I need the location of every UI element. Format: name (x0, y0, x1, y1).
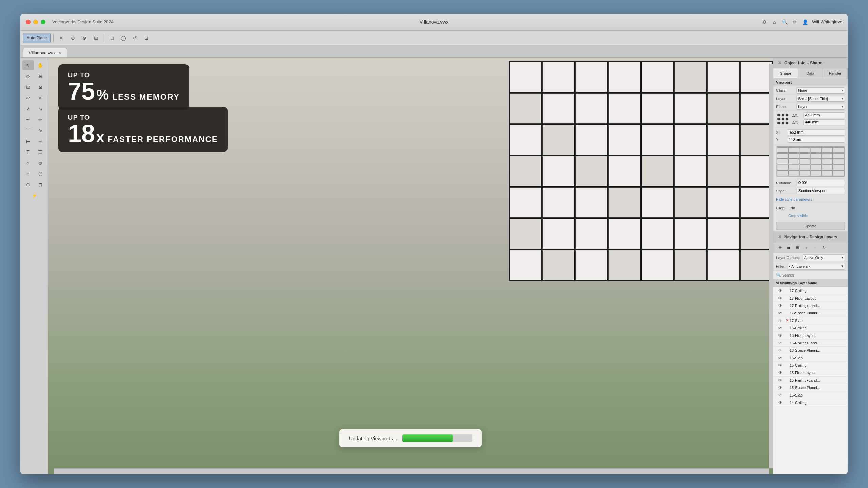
layer-visibility-icon[interactable]: 👁 (776, 348, 784, 353)
layer-item[interactable]: 👁17-Railing+Land... (773, 302, 848, 309)
special-tool[interactable]: ⚡ (28, 190, 40, 201)
update-button[interactable]: Update (776, 222, 845, 230)
layer-item[interactable]: 👁15-Space Planni... (773, 384, 848, 391)
layer-item[interactable]: 👁17-Space Planni... (773, 309, 848, 317)
clip-tool[interactable]: ⊠ (35, 82, 46, 92)
user-icon[interactable]: 👤 (802, 19, 808, 25)
rectangle-tool-button[interactable]: □ (107, 33, 117, 43)
layer-item[interactable]: 👁15-Railing+Land... (773, 377, 848, 384)
auto-plane-button[interactable]: Auto-Plane (23, 33, 51, 43)
crop-visible-link[interactable]: Crop visible (776, 214, 808, 218)
hide-style-link[interactable]: Hide style parameters (776, 197, 812, 201)
tab-close-button[interactable]: ✕ (58, 50, 61, 55)
layer-list[interactable]: 👁17-Ceiling👁17-Floor Layout👁17-Railing+L… (773, 287, 848, 474)
ellipse-tool[interactable]: ⊚ (35, 158, 46, 168)
array-tool-button[interactable]: ⊞ (91, 33, 101, 43)
dx-input[interactable]: -652 mm (803, 112, 845, 118)
home-icon[interactable]: ⌂ (771, 19, 777, 25)
scrollbar-horizontal[interactable] (54, 468, 769, 474)
bucket-tool[interactable]: ⬡ (35, 169, 46, 179)
layer-item[interactable]: 👁15-Ceiling (773, 362, 848, 369)
layer-visibility-icon[interactable]: 👁 (776, 385, 784, 390)
nav-minus-btn[interactable]: − (811, 244, 819, 251)
layer-visibility-icon[interactable]: 👁 (776, 355, 784, 360)
pen-tool[interactable]: ✒ (22, 115, 34, 125)
scrollbar-vertical[interactable] (769, 64, 773, 468)
class-dropdown[interactable]: None (796, 87, 845, 94)
minimize-button[interactable] (33, 20, 38, 24)
layer-dropdown[interactable]: Sht-1 [Sheet Title] (796, 96, 845, 102)
rotate-tool[interactable]: ↩ (22, 93, 34, 103)
layer-visibility-icon[interactable]: 👁 (776, 378, 784, 383)
select-tool-button[interactable]: ✕ (56, 33, 66, 43)
settings-icon[interactable]: ⚙ (761, 19, 767, 25)
filter-select[interactable]: <All Layers> ▾ (788, 263, 845, 270)
layer-item[interactable]: 👁16-Floor Layout (773, 332, 848, 339)
freehand-tool-button[interactable]: ↺ (130, 33, 140, 43)
navigation-close[interactable]: ✕ (777, 234, 782, 240)
layer-visibility-icon[interactable]: 👁 (776, 363, 784, 368)
maximize-button[interactable] (41, 20, 45, 24)
mail-icon[interactable]: ✉ (792, 19, 798, 25)
pencil-tool[interactable]: ✏ (35, 115, 46, 125)
layer-visibility-icon[interactable]: 👁 (776, 393, 784, 398)
layer-options-select[interactable]: Active Only ▾ (803, 254, 845, 261)
tab-render[interactable]: Render (823, 68, 848, 78)
arrow-tool[interactable]: ↖ (22, 60, 34, 70)
move2-tool[interactable]: ↘ (35, 104, 46, 114)
boolean-tool-button[interactable]: ⊗ (79, 33, 90, 43)
nav-eye-btn[interactable]: 👁 (776, 244, 784, 251)
layer-item[interactable]: 👁16-Ceiling (773, 324, 848, 332)
file-tab[interactable]: Villanova.vwx ✕ (23, 48, 67, 57)
tab-shape[interactable]: Shape (773, 68, 798, 78)
layer-item[interactable]: 👁15-Slab (773, 391, 848, 399)
dy-input[interactable]: 440 mm (803, 119, 845, 125)
layer-item[interactable]: 👁16-Railing+Land... (773, 339, 848, 347)
dimension-tool[interactable]: ⊢ (22, 136, 34, 146)
tab-data[interactable]: Data (798, 68, 823, 78)
text-tool[interactable]: T (22, 147, 34, 157)
plane-dropdown[interactable]: Layer (796, 104, 845, 110)
style-dropdown[interactable]: Section Viewport (797, 188, 845, 194)
spline-tool[interactable]: ∿ (35, 125, 46, 136)
nav-add-btn[interactable]: + (803, 244, 810, 251)
zoom-in-tool[interactable]: ⊙ (22, 71, 34, 81)
layer-visibility-icon[interactable]: 👁 (776, 303, 784, 308)
layer-item[interactable]: 👁14-Ceiling (773, 399, 848, 406)
layer-visibility-icon[interactable]: 👁 (776, 311, 784, 316)
layer-visibility-icon[interactable]: 👁 (776, 341, 784, 345)
layer-visibility-icon[interactable]: 👁 (776, 296, 784, 301)
y-input[interactable]: 440 mm (787, 137, 845, 143)
rotation-input[interactable]: 0.00° (797, 180, 845, 186)
layer-item[interactable]: 👁16-Space Planni... (773, 347, 848, 354)
section-tool[interactable]: ⊟ (35, 180, 46, 190)
zoom-out-tool[interactable]: ⊕ (35, 71, 46, 81)
layer-visibility-icon[interactable]: 👁 (776, 326, 784, 330)
grid-tool-button[interactable]: ⊡ (141, 33, 152, 43)
canvas-area[interactable]: UP TO 75 % LESS MEMORY UP TO 18 x FASTER… (48, 58, 773, 474)
layer-item[interactable]: 👁✕17-Slab (773, 317, 848, 324)
move-tool[interactable]: ↗ (22, 104, 34, 114)
layer-visibility-icon[interactable]: 👁 (776, 318, 784, 323)
layer-item[interactable]: 👁17-Floor Layout (773, 294, 848, 302)
x-input[interactable]: -652 mm (787, 129, 845, 136)
search-input[interactable] (782, 272, 845, 278)
layer-visibility-icon[interactable]: 👁 (776, 400, 784, 405)
layer-item[interactable]: 👁16-Slab (773, 354, 848, 362)
polygon-tool-button[interactable]: ⊕ (68, 33, 78, 43)
hatch-tool[interactable]: ≡ (22, 169, 34, 179)
layer-visibility-icon[interactable]: 👁 (776, 333, 784, 338)
layer-visibility-icon[interactable]: 👁 (776, 288, 784, 293)
object-info-close[interactable]: ✕ (777, 60, 782, 66)
nav-list-btn[interactable]: ☰ (785, 244, 792, 251)
close-button[interactable] (26, 20, 31, 24)
layer-item[interactable]: 👁15-Floor Layout (773, 369, 848, 377)
freeform-tool[interactable]: ⊣ (35, 136, 46, 146)
curve-tool[interactable]: ⌒ (22, 125, 34, 136)
pan-tool[interactable]: ✋ (35, 60, 46, 70)
viewport-tool[interactable]: ⊞ (22, 82, 34, 92)
mirror-tool[interactable]: ✕ (35, 93, 46, 103)
search-icon[interactable]: 🔍 (782, 19, 788, 25)
circle-tool-button[interactable]: ◯ (118, 33, 129, 43)
nav-grid-btn[interactable]: ⊞ (794, 244, 801, 251)
